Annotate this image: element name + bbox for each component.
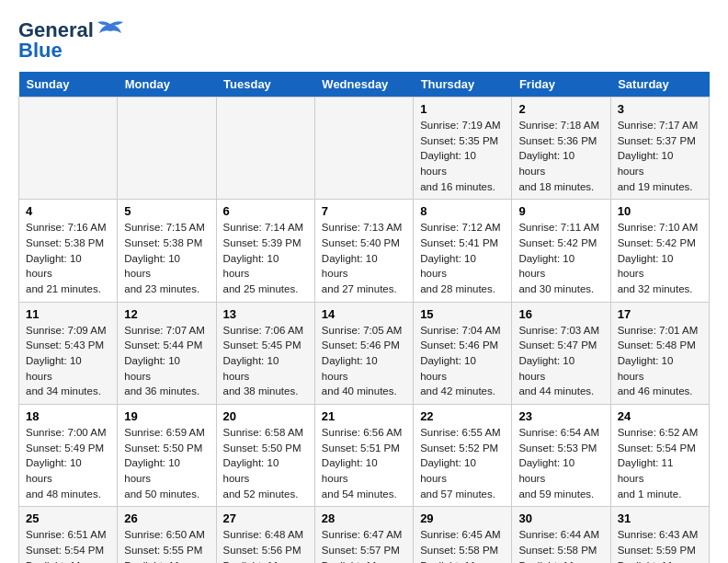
weekday-header-wednesday: Wednesday bbox=[314, 72, 413, 98]
day-number: 30 bbox=[518, 511, 603, 525]
calendar-week-row: 4Sunrise: 7:16 AM Sunset: 5:38 PM Daylig… bbox=[19, 200, 710, 302]
day-number: 5 bbox=[124, 204, 209, 218]
day-info: Sunrise: 6:59 AM Sunset: 5:50 PM Dayligh… bbox=[124, 427, 205, 500]
calendar-cell: 21Sunrise: 6:56 AM Sunset: 5:51 PM Dayli… bbox=[314, 405, 413, 507]
day-info: Sunrise: 7:18 AM Sunset: 5:36 PM Dayligh… bbox=[518, 120, 599, 192]
day-info: Sunrise: 7:19 AM Sunset: 5:35 PM Dayligh… bbox=[420, 120, 501, 192]
logo: General Blue bbox=[18, 18, 123, 63]
day-info: Sunrise: 7:13 AM Sunset: 5:40 PM Dayligh… bbox=[322, 222, 403, 294]
day-number: 18 bbox=[26, 409, 110, 423]
calendar-cell: 3Sunrise: 7:17 AM Sunset: 5:37 PM Daylig… bbox=[610, 98, 709, 200]
day-number: 19 bbox=[124, 409, 209, 423]
day-info: Sunrise: 7:10 AM Sunset: 5:42 PM Dayligh… bbox=[618, 222, 699, 294]
weekday-header-saturday: Saturday bbox=[610, 72, 709, 98]
day-number: 1 bbox=[420, 102, 505, 116]
calendar-cell bbox=[216, 98, 314, 200]
day-number: 29 bbox=[420, 511, 505, 525]
day-info: Sunrise: 6:52 AM Sunset: 5:54 PM Dayligh… bbox=[618, 427, 699, 500]
calendar-week-row: 11Sunrise: 7:09 AM Sunset: 5:43 PM Dayli… bbox=[19, 302, 710, 404]
day-info: Sunrise: 6:43 AM Sunset: 5:59 PM Dayligh… bbox=[618, 529, 699, 563]
calendar-cell: 13Sunrise: 7:06 AM Sunset: 5:45 PM Dayli… bbox=[216, 302, 314, 404]
calendar-cell: 18Sunrise: 7:00 AM Sunset: 5:49 PM Dayli… bbox=[19, 405, 118, 507]
calendar-week-row: 25Sunrise: 6:51 AM Sunset: 5:54 PM Dayli… bbox=[19, 507, 710, 563]
day-number: 12 bbox=[124, 307, 209, 321]
day-info: Sunrise: 6:44 AM Sunset: 5:58 PM Dayligh… bbox=[518, 529, 599, 563]
calendar-week-row: 1Sunrise: 7:19 AM Sunset: 5:35 PM Daylig… bbox=[19, 98, 710, 200]
weekday-header-tuesday: Tuesday bbox=[216, 72, 314, 98]
day-info: Sunrise: 7:06 AM Sunset: 5:45 PM Dayligh… bbox=[223, 325, 304, 397]
day-number: 24 bbox=[618, 409, 702, 423]
logo-bird-icon bbox=[97, 20, 123, 40]
day-number: 21 bbox=[322, 409, 406, 423]
day-info: Sunrise: 7:05 AM Sunset: 5:46 PM Dayligh… bbox=[322, 325, 403, 397]
day-info: Sunrise: 6:55 AM Sunset: 5:52 PM Dayligh… bbox=[420, 427, 501, 500]
day-info: Sunrise: 7:09 AM Sunset: 5:43 PM Dayligh… bbox=[26, 325, 107, 397]
calendar-cell: 25Sunrise: 6:51 AM Sunset: 5:54 PM Dayli… bbox=[19, 507, 118, 563]
day-number: 11 bbox=[26, 307, 110, 321]
calendar-cell: 2Sunrise: 7:18 AM Sunset: 5:36 PM Daylig… bbox=[512, 98, 610, 200]
day-info: Sunrise: 7:00 AM Sunset: 5:49 PM Dayligh… bbox=[26, 427, 107, 500]
calendar-cell bbox=[314, 98, 413, 200]
day-number: 13 bbox=[223, 307, 308, 321]
day-info: Sunrise: 7:07 AM Sunset: 5:44 PM Dayligh… bbox=[124, 325, 205, 397]
day-info: Sunrise: 6:58 AM Sunset: 5:50 PM Dayligh… bbox=[223, 427, 304, 500]
day-number: 3 bbox=[618, 102, 702, 116]
day-info: Sunrise: 6:45 AM Sunset: 5:58 PM Dayligh… bbox=[420, 529, 501, 563]
calendar-cell: 10Sunrise: 7:10 AM Sunset: 5:42 PM Dayli… bbox=[610, 200, 709, 302]
day-number: 28 bbox=[322, 511, 406, 525]
calendar-week-row: 18Sunrise: 7:00 AM Sunset: 5:49 PM Dayli… bbox=[19, 405, 710, 507]
day-number: 15 bbox=[420, 307, 505, 321]
day-info: Sunrise: 6:50 AM Sunset: 5:55 PM Dayligh… bbox=[124, 529, 205, 563]
day-number: 16 bbox=[518, 307, 603, 321]
calendar-cell: 26Sunrise: 6:50 AM Sunset: 5:55 PM Dayli… bbox=[118, 507, 216, 563]
day-info: Sunrise: 6:48 AM Sunset: 5:56 PM Dayligh… bbox=[223, 529, 304, 563]
day-info: Sunrise: 6:54 AM Sunset: 5:53 PM Dayligh… bbox=[518, 427, 599, 500]
day-number: 26 bbox=[124, 511, 209, 525]
day-info: Sunrise: 7:14 AM Sunset: 5:39 PM Dayligh… bbox=[223, 222, 304, 294]
calendar-cell: 1Sunrise: 7:19 AM Sunset: 5:35 PM Daylig… bbox=[414, 98, 512, 200]
calendar-cell: 28Sunrise: 6:47 AM Sunset: 5:57 PM Dayli… bbox=[314, 507, 413, 563]
day-info: Sunrise: 7:16 AM Sunset: 5:38 PM Dayligh… bbox=[26, 222, 107, 294]
day-number: 14 bbox=[322, 307, 406, 321]
day-number: 9 bbox=[518, 204, 603, 218]
page-header: General Blue bbox=[18, 18, 710, 63]
day-info: Sunrise: 6:56 AM Sunset: 5:51 PM Dayligh… bbox=[322, 427, 403, 500]
day-info: Sunrise: 6:47 AM Sunset: 5:57 PM Dayligh… bbox=[322, 529, 403, 563]
day-number: 7 bbox=[322, 204, 406, 218]
calendar-cell: 6Sunrise: 7:14 AM Sunset: 5:39 PM Daylig… bbox=[216, 200, 314, 302]
weekday-header-sunday: Sunday bbox=[19, 72, 118, 98]
day-number: 6 bbox=[223, 204, 308, 218]
day-number: 4 bbox=[26, 204, 110, 218]
calendar-cell: 29Sunrise: 6:45 AM Sunset: 5:58 PM Dayli… bbox=[414, 507, 512, 563]
calendar-cell: 11Sunrise: 7:09 AM Sunset: 5:43 PM Dayli… bbox=[19, 302, 118, 404]
day-number: 20 bbox=[223, 409, 308, 423]
calendar-cell: 22Sunrise: 6:55 AM Sunset: 5:52 PM Dayli… bbox=[414, 405, 512, 507]
calendar-cell: 31Sunrise: 6:43 AM Sunset: 5:59 PM Dayli… bbox=[610, 507, 709, 563]
weekday-header-thursday: Thursday bbox=[414, 72, 512, 98]
calendar-cell bbox=[19, 98, 118, 200]
day-info: Sunrise: 7:11 AM Sunset: 5:42 PM Dayligh… bbox=[518, 222, 599, 294]
calendar-cell: 7Sunrise: 7:13 AM Sunset: 5:40 PM Daylig… bbox=[314, 200, 413, 302]
calendar-cell: 14Sunrise: 7:05 AM Sunset: 5:46 PM Dayli… bbox=[314, 302, 413, 404]
calendar-cell: 19Sunrise: 6:59 AM Sunset: 5:50 PM Dayli… bbox=[118, 405, 216, 507]
day-info: Sunrise: 6:51 AM Sunset: 5:54 PM Dayligh… bbox=[26, 529, 107, 563]
day-info: Sunrise: 7:01 AM Sunset: 5:48 PM Dayligh… bbox=[618, 325, 699, 397]
calendar-cell: 12Sunrise: 7:07 AM Sunset: 5:44 PM Dayli… bbox=[118, 302, 216, 404]
calendar-cell: 4Sunrise: 7:16 AM Sunset: 5:38 PM Daylig… bbox=[19, 200, 118, 302]
day-number: 10 bbox=[618, 204, 702, 218]
day-info: Sunrise: 7:04 AM Sunset: 5:46 PM Dayligh… bbox=[420, 325, 501, 397]
calendar-cell: 20Sunrise: 6:58 AM Sunset: 5:50 PM Dayli… bbox=[216, 405, 314, 507]
day-info: Sunrise: 7:17 AM Sunset: 5:37 PM Dayligh… bbox=[618, 120, 699, 192]
calendar-cell: 30Sunrise: 6:44 AM Sunset: 5:58 PM Dayli… bbox=[512, 507, 610, 563]
calendar-cell: 15Sunrise: 7:04 AM Sunset: 5:46 PM Dayli… bbox=[414, 302, 512, 404]
day-number: 2 bbox=[518, 102, 603, 116]
day-number: 31 bbox=[618, 511, 702, 525]
calendar-table: SundayMondayTuesdayWednesdayThursdayFrid… bbox=[18, 72, 710, 563]
calendar-cell: 27Sunrise: 6:48 AM Sunset: 5:56 PM Dayli… bbox=[216, 507, 314, 563]
calendar-cell: 23Sunrise: 6:54 AM Sunset: 5:53 PM Dayli… bbox=[512, 405, 610, 507]
calendar-cell bbox=[118, 98, 216, 200]
calendar-cell: 17Sunrise: 7:01 AM Sunset: 5:48 PM Dayli… bbox=[610, 302, 709, 404]
calendar-cell: 9Sunrise: 7:11 AM Sunset: 5:42 PM Daylig… bbox=[512, 200, 610, 302]
day-info: Sunrise: 7:15 AM Sunset: 5:38 PM Dayligh… bbox=[124, 222, 205, 294]
day-info: Sunrise: 7:12 AM Sunset: 5:41 PM Dayligh… bbox=[420, 222, 501, 294]
